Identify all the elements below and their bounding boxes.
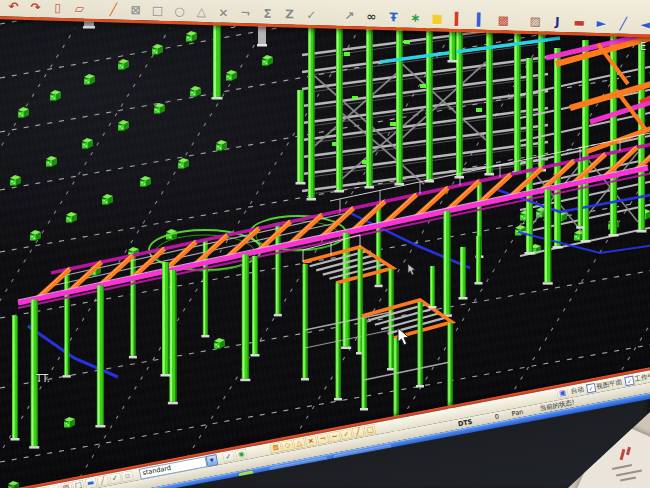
dot-icon[interactable]: ▫ bbox=[121, 470, 134, 482]
yellow-panel-icon[interactable]: ■ bbox=[429, 9, 446, 26]
copy-red-icon[interactable]: ▯ bbox=[49, 0, 66, 16]
plate-circle-icon[interactable]: ○ bbox=[171, 2, 188, 19]
box-icon[interactable]: □ bbox=[72, 480, 85, 488]
recycle-icon[interactable]: ∗ bbox=[407, 9, 424, 26]
crane-icon[interactable]: Ŧ bbox=[385, 8, 402, 25]
snap-cross-icon[interactable]: × bbox=[305, 435, 318, 447]
snap-check-icon[interactable]: ✓ bbox=[340, 428, 353, 440]
snap-auto-label: 自动 bbox=[570, 385, 584, 396]
check-tool-icon[interactable]: ✓ bbox=[303, 6, 320, 23]
weld-flag-icon[interactable]: ► bbox=[593, 14, 610, 31]
clash-blue-icon[interactable]: ▍ bbox=[473, 11, 490, 28]
clash-red-icon[interactable]: ▍ bbox=[451, 10, 468, 27]
svg-text:TT.: TT. bbox=[35, 373, 50, 384]
snap-line-icon[interactable]: ╱ bbox=[352, 426, 365, 438]
modify-view-icon[interactable]: ◉ bbox=[235, 448, 248, 460]
snap-triangle-icon[interactable]: △ bbox=[293, 437, 306, 449]
snap-arc-icon[interactable]: ~ bbox=[328, 431, 341, 443]
plate-crossed-icon[interactable]: ⊠ bbox=[127, 1, 144, 18]
hatch-icon[interactable]: ▨ bbox=[60, 482, 73, 488]
combo-dropdown-icon[interactable]: ▼ bbox=[205, 454, 218, 467]
snap-points-icon[interactable]: ⊠ bbox=[269, 442, 282, 454]
snap-box-icon[interactable]: □ bbox=[364, 424, 377, 436]
plate-rect-icon[interactable]: □ bbox=[149, 2, 166, 19]
plate-triangle-icon[interactable]: △ bbox=[193, 3, 210, 20]
sketch-pencil-icon[interactable]: ╱ bbox=[105, 0, 122, 17]
zed-tool-icon[interactable]: Z bbox=[281, 5, 298, 22]
plane-checkbox: ✓ bbox=[624, 375, 635, 386]
weld-bar-icon[interactable]: ▬ bbox=[571, 13, 588, 30]
snap-corner-icon[interactable]: ¬ bbox=[317, 433, 330, 445]
grid-tool-icon[interactable]: ▨ bbox=[527, 12, 544, 29]
cross-tool-icon[interactable]: × bbox=[215, 3, 232, 20]
binoculars-icon[interactable]: ∞ bbox=[363, 7, 380, 24]
undo-icon[interactable]: ↶ bbox=[5, 0, 22, 15]
phase-icon[interactable]: ▩ bbox=[495, 11, 512, 28]
monitor-photo: 375ETT. ↶↷▯▱╱⊠□○△×¬ΣZ✓↗∞Ŧ∗■▍▍▩▨J▬►╱◄»▐ ▦… bbox=[0, 0, 650, 488]
apply-view-icon[interactable]: ✓ bbox=[222, 451, 235, 463]
plane-checkbox: ✓ bbox=[586, 382, 597, 393]
arrow-tool-icon[interactable]: ↗ bbox=[341, 7, 358, 24]
snap-diamond-icon[interactable]: ◇ bbox=[281, 440, 294, 452]
weld-slash-icon[interactable]: ╱ bbox=[615, 15, 632, 32]
bar-icon[interactable]: ▬ bbox=[84, 477, 97, 488]
slash-icon[interactable]: ╱ bbox=[96, 475, 109, 487]
redo-icon[interactable]: ↷ bbox=[27, 0, 44, 16]
diamond-icon[interactable]: ◇ bbox=[47, 484, 60, 488]
weld-arrow-icon[interactable]: ◄ bbox=[637, 15, 650, 32]
toolbar-fragment-row bbox=[568, 0, 650, 1]
svg-text:E: E bbox=[640, 41, 646, 52]
plane-label: 工作平面 bbox=[634, 370, 650, 384]
paste-red-icon[interactable]: ▱ bbox=[71, 0, 88, 17]
corner-tool-icon[interactable]: ¬ bbox=[237, 4, 254, 21]
status-count: 0 bbox=[494, 413, 500, 422]
weld-j-icon[interactable]: J bbox=[549, 13, 566, 30]
plane-mode-icon[interactable]: ▣ bbox=[556, 387, 569, 399]
sum-tool-icon[interactable]: Σ bbox=[259, 5, 276, 22]
ok-icon[interactable]: ✓ bbox=[109, 473, 122, 485]
